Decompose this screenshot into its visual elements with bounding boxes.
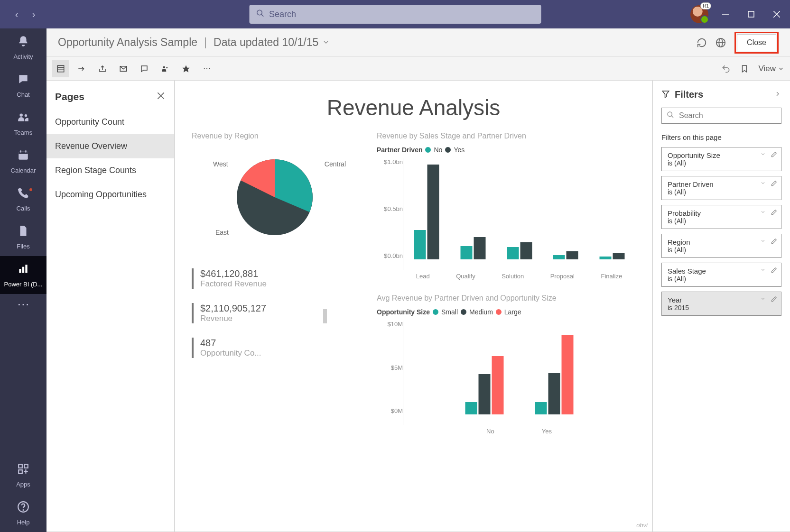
- window-close-button[interactable]: [768, 6, 785, 23]
- report-toolbar: ⋯ View: [46, 57, 790, 81]
- back-button[interactable]: ‹: [9, 7, 24, 21]
- refresh-icon[interactable]: [697, 37, 707, 48]
- rail-more[interactable]: ⋯: [0, 294, 46, 318]
- chevron-down-icon[interactable]: [760, 151, 766, 159]
- maximize-button[interactable]: [743, 6, 760, 23]
- bookmark-icon[interactable]: [740, 64, 749, 73]
- close-icon[interactable]: [156, 90, 166, 103]
- page-revenue-overview[interactable]: Revenue Overview: [46, 134, 174, 158]
- avatar-badge: R1: [700, 2, 711, 9]
- chevron-down-icon[interactable]: [322, 36, 330, 49]
- chevron-down-icon[interactable]: [760, 267, 766, 275]
- report-subtitle: Data updated 10/1/15: [214, 36, 318, 49]
- rail-help[interactable]: Help: [0, 494, 46, 532]
- undo-icon[interactable]: [721, 64, 731, 73]
- calendar-icon: [17, 149, 29, 165]
- avatar[interactable]: R1: [690, 5, 708, 23]
- bar1-legend: Partner Driven No Yes: [377, 146, 635, 154]
- svg-rect-17: [19, 470, 22, 474]
- svg-point-19: [23, 509, 23, 510]
- bar-chart-1[interactable]: $1.0bn$0.5bn$0.0bn: [377, 158, 635, 270]
- svg-line-1: [261, 14, 263, 17]
- filter-card[interactable]: Partner Drivenis (All): [661, 176, 781, 200]
- filter-card[interactable]: Regionis (All): [661, 234, 781, 258]
- svg-rect-12: [19, 269, 21, 273]
- search-icon: [667, 111, 674, 120]
- global-search[interactable]: [249, 5, 541, 24]
- bar1-title: Revenue by Sales Stage and Partner Drive…: [377, 132, 635, 140]
- chevron-down-icon[interactable]: [760, 238, 766, 246]
- comment-icon[interactable]: [136, 60, 153, 77]
- chevron-down-icon[interactable]: [760, 296, 766, 304]
- rail-activity[interactable]: Activity: [0, 28, 46, 66]
- svg-rect-3: [748, 11, 754, 17]
- page-region-stage[interactable]: Region Stage Counts: [46, 158, 174, 183]
- svg-point-39: [668, 112, 672, 116]
- file-icon: [17, 225, 29, 240]
- eraser-icon[interactable]: [771, 151, 777, 159]
- svg-rect-14: [25, 265, 27, 273]
- close-highlight: Close: [734, 32, 779, 54]
- rail-powerbi[interactable]: Power BI (D...: [0, 256, 46, 294]
- close-button[interactable]: Close: [737, 34, 776, 51]
- filters-pane: Filters Filters on this page Opportunity…: [652, 81, 790, 532]
- app-rail: Activity Chat Teams Calendar Calls Files…: [0, 28, 46, 532]
- eraser-icon[interactable]: [771, 296, 777, 304]
- svg-rect-16: [24, 464, 28, 468]
- rail-files[interactable]: Files: [0, 218, 46, 256]
- filter-card[interactable]: Yearis 2015: [661, 292, 781, 316]
- page-upcoming[interactable]: Upcoming Opportunities: [46, 183, 174, 207]
- rail-apps[interactable]: Apps: [0, 456, 46, 494]
- apps-icon: [17, 463, 29, 478]
- export-icon[interactable]: [73, 60, 90, 77]
- pie-chart[interactable]: West Central East: [227, 150, 322, 245]
- bar-chart-2[interactable]: $10M$5M$0M: [377, 321, 635, 425]
- eraser-icon[interactable]: [771, 209, 777, 217]
- svg-point-7: [25, 114, 27, 117]
- report-canvas: Revenue Analysis Revenue by Region West: [175, 81, 652, 532]
- svg-marker-34: [183, 65, 190, 72]
- share-icon[interactable]: [94, 60, 111, 77]
- svg-point-6: [19, 113, 23, 117]
- chevron-right-icon[interactable]: [774, 90, 781, 100]
- pages-toggle-icon[interactable]: [52, 60, 69, 77]
- filter-search[interactable]: [661, 108, 781, 124]
- teams-share-icon[interactable]: [157, 60, 174, 77]
- kpi-factored-revenue[interactable]: $461,120,881 Factored Revenue: [192, 268, 358, 289]
- favorite-icon[interactable]: [177, 60, 195, 77]
- chevron-down-icon[interactable]: [760, 180, 766, 188]
- phone-icon: [17, 187, 29, 202]
- search-input[interactable]: [269, 9, 534, 19]
- svg-line-40: [671, 116, 673, 118]
- filter-search-input[interactable]: [679, 111, 776, 120]
- email-icon[interactable]: [115, 60, 132, 77]
- eraser-icon[interactable]: [771, 180, 777, 188]
- filter-card[interactable]: Sales Stageis (All): [661, 263, 781, 287]
- kpi-revenue[interactable]: $2,110,905,127 Revenue: [192, 303, 266, 323]
- svg-rect-23: [57, 65, 64, 72]
- chevron-down-icon[interactable]: [760, 209, 766, 217]
- svg-point-0: [257, 10, 262, 15]
- rail-calendar[interactable]: Calendar: [0, 142, 46, 180]
- page-opportunity-count[interactable]: Opportunity Count: [46, 110, 174, 134]
- eraser-icon[interactable]: [771, 267, 777, 275]
- svg-point-32: [163, 66, 166, 68]
- filter-card[interactable]: Opportunity Sizeis (All): [661, 147, 781, 171]
- rail-chat[interactable]: Chat: [0, 66, 46, 104]
- forward-button[interactable]: ›: [27, 7, 41, 21]
- more-icon: ⋯: [17, 297, 29, 312]
- filter-card[interactable]: Probabilityis (All): [661, 205, 781, 229]
- filters-title: Filters: [675, 89, 769, 100]
- chart-icon: [17, 263, 29, 278]
- view-dropdown[interactable]: View: [758, 64, 784, 73]
- more-options-icon[interactable]: ⋯: [198, 60, 215, 77]
- rail-calls[interactable]: Calls: [0, 180, 46, 218]
- globe-icon[interactable]: [716, 37, 726, 48]
- search-icon: [256, 9, 264, 19]
- minimize-button[interactable]: [717, 6, 734, 23]
- kpi-opportunity-count[interactable]: 487 Opportunity Co...: [192, 338, 358, 358]
- rail-teams[interactable]: Teams: [0, 104, 46, 142]
- eraser-icon[interactable]: [771, 238, 777, 246]
- bar2-title: Avg Revenue by Partner Driven and Opport…: [377, 294, 635, 303]
- svg-rect-15: [19, 464, 22, 468]
